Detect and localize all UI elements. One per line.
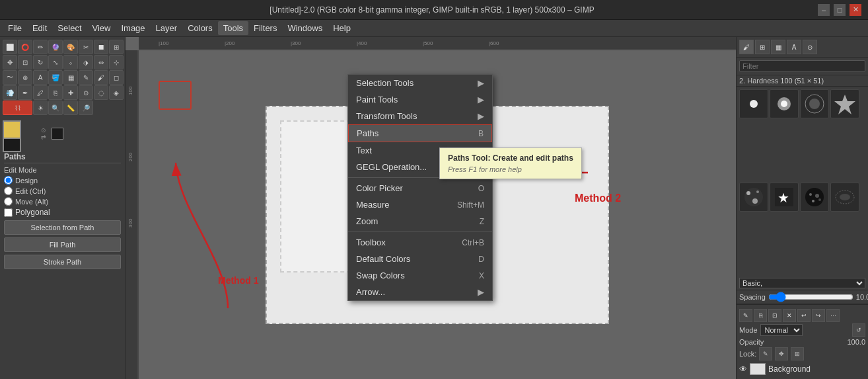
layer-eye-icon[interactable]: 👁 [739,364,747,374]
tool-foreground-select[interactable]: 🔲 [94,40,108,54]
tool-crop[interactable]: ⊡ [18,55,32,69]
reset-colors-icon[interactable]: ⊙ [41,127,46,134]
tool-gradient[interactable]: ▦ [63,70,78,85]
dropdown-default-colors[interactable]: Default Colors D [348,251,492,267]
dropdown-selection-tools[interactable]: Selection Tools ▶ [348,75,492,91]
tool-cage[interactable]: ⊹ [109,55,124,69]
paint-mode-edit-icon[interactable]: ✎ [739,309,752,322]
tool-rotate[interactable]: ↻ [33,55,48,69]
paint-overwrite-icon[interactable]: ⊡ [768,309,781,322]
fill-path-button[interactable]: Fill Path [4,237,121,252]
paint-redo-icon[interactable]: ↪ [812,309,825,322]
dropdown-swap-colors[interactable]: Swap Colors X [348,267,492,284]
menu-filters[interactable]: Filters [248,21,282,35]
menu-help[interactable]: Help [328,21,356,35]
tool-ellipse-select[interactable]: ⭕ [18,40,32,54]
lock-alpha-icon[interactable]: ⊞ [791,347,804,360]
fonts-icon[interactable]: A [787,40,801,54]
dropdown-transform-tools[interactable]: Transform Tools ▶ [348,108,492,124]
edit-radio[interactable] [4,187,13,195]
menu-layer[interactable]: Layer [151,21,183,35]
gradients-icon[interactable]: ▦ [771,40,785,54]
paint-erase-icon[interactable]: ✕ [783,309,796,322]
brush-item[interactable] [739,183,768,212]
brush-item[interactable] [800,89,829,118]
menu-windows[interactable]: Windows [282,21,328,35]
tool-text[interactable]: A [33,70,48,85]
spacing-slider[interactable] [768,292,853,302]
dropdown-paths[interactable]: Paths B [348,124,492,142]
tool-color-picker[interactable]: 🔍 [48,101,63,115]
paint-clone-icon[interactable]: ⎘ [754,309,767,322]
dropdown-measure[interactable]: Measure Shift+M [348,196,492,213]
tool-free-select[interactable]: ✏ [33,40,48,54]
dropdown-zoom[interactable]: Zoom Z [348,213,492,230]
menu-image[interactable]: Image [116,21,150,35]
brush-item[interactable] [830,89,859,118]
brush-item[interactable] [800,183,829,212]
paint-extra-icon[interactable]: ⋯ [826,309,840,322]
tool-zoom[interactable]: 🔎 [79,101,93,115]
foreground-color-swatch[interactable] [3,120,21,139]
tool-flip[interactable]: ⇔ [94,55,108,69]
tool-airbrush[interactable]: 💨 [3,85,17,100]
dropdown-arrow[interactable]: Arrow... ▶ [348,284,492,300]
brush-item[interactable]: ★ [770,183,799,212]
tool-heal[interactable]: ✚ [63,85,78,100]
tool-scissors[interactable]: ✂ [79,40,93,54]
paint-undo-icon[interactable]: ↩ [797,309,811,322]
menu-file[interactable]: File [3,21,27,35]
lock-pixel-icon[interactable]: ✎ [759,347,772,360]
tool-fuzzy-select[interactable]: 🔮 [48,40,63,54]
tool-eraser[interactable]: ◻ [109,70,124,85]
mode-select[interactable]: Normal Multiply Screen [760,324,803,336]
tool-warp[interactable]: 〜 [3,70,17,85]
brush-item[interactable] [739,89,768,118]
menu-view[interactable]: View [87,21,116,35]
minimize-button[interactable]: – [818,4,830,16]
design-radio[interactable] [4,176,13,185]
brush-item[interactable] [770,89,799,118]
tool-move[interactable]: ✥ [3,55,17,69]
tool-blur[interactable]: ◌ [94,85,108,100]
tool-measure[interactable]: 📏 [63,101,78,115]
menu-select[interactable]: Select [52,21,87,35]
mode-reset-icon[interactable]: ↺ [852,323,865,337]
tool-sharpen[interactable]: ◈ [109,85,124,100]
tool-scale[interactable]: ⤡ [48,55,63,69]
swap-colors-icon[interactable]: ⇄ [41,134,46,140]
dropdown-paint-tools[interactable]: Paint Tools ▶ [348,91,492,108]
tool-paintbrush[interactable]: 🖌 [94,70,108,85]
maximize-button[interactable]: □ [834,4,846,16]
brushes-icon[interactable]: 🖌 [739,40,754,54]
tool-dodge[interactable]: ☀ [33,101,48,115]
tool-rect-select[interactable]: ⬜ [3,40,17,54]
tool-presets-icon[interactable]: ⊙ [803,40,817,54]
brush-preset-select[interactable]: Basic, [739,278,865,288]
lock-position-icon[interactable]: ✥ [775,347,788,360]
tool-color-select[interactable]: 🎨 [63,40,78,54]
tool-align[interactable]: ⊞ [109,40,124,54]
tool-ink[interactable]: ✒ [18,85,32,100]
stroke-path-button[interactable]: Stroke Path [4,255,121,269]
move-radio[interactable] [4,197,13,206]
brush-filter-input[interactable] [739,60,865,72]
tool-perspective-clone[interactable]: ⊙ [79,85,93,100]
menu-colors[interactable]: Colors [182,21,218,35]
polygonal-checkbox[interactable] [4,208,13,217]
tool-pencil[interactable]: ✎ [79,70,93,85]
tool-mypaint[interactable]: 🖊 [33,85,48,100]
selection-from-path-button[interactable]: Selection from Path [4,220,121,235]
dropdown-toolbox[interactable]: Toolbox Ctrl+B [348,234,492,251]
brush-item[interactable] [830,183,859,212]
tool-unified[interactable]: ⊛ [18,70,32,85]
menu-tools[interactable]: Tools [218,21,248,35]
tool-perspective[interactable]: ⬗ [79,55,93,69]
tool-bucket[interactable]: 🪣 [48,70,63,85]
dropdown-color-picker[interactable]: Color Picker O [348,180,492,196]
tool-clone[interactable]: ⎘ [48,85,63,100]
menu-edit[interactable]: Edit [27,21,52,35]
patterns-icon[interactable]: ⊞ [755,40,770,54]
tool-shear[interactable]: ⬦ [63,55,78,69]
tool-paths[interactable]: ⌇⌇ [3,101,32,115]
